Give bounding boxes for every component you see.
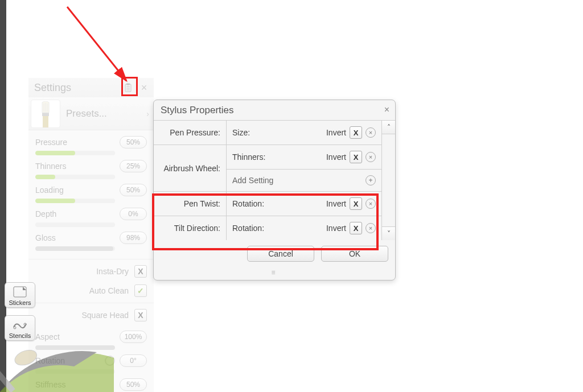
stylus-properties-dialog: Stylus Properties × Pen Pressure: Size: …: [153, 100, 396, 280]
presets-label: Presets...: [66, 108, 146, 119]
close-icon[interactable]: ×: [384, 105, 389, 115]
remove-icon[interactable]: ×: [366, 127, 376, 138]
tab-stencils[interactable]: Stencils: [5, 315, 35, 341]
checkbox-x-icon[interactable]: X: [134, 265, 147, 278]
slider-thinners[interactable]: Thinners25%: [35, 160, 147, 179]
scroll-up-icon[interactable]: ˄: [382, 121, 395, 134]
tab-stickers[interactable]: Stickers: [5, 282, 35, 308]
scroll-down-icon[interactable]: ˅: [382, 226, 395, 240]
add-icon[interactable]: +: [366, 175, 376, 185]
row-pen-twist: Rotation: Invert X ×: [227, 192, 381, 216]
sticker-icon: [11, 285, 28, 299]
invert-checkbox[interactable]: X: [350, 197, 362, 210]
svg-point-12: [14, 327, 16, 329]
svg-rect-6: [43, 115, 48, 127]
invert-checkbox[interactable]: X: [350, 126, 362, 139]
brush-thumbnail: [31, 100, 60, 128]
row-airbrush-add[interactable]: Add Setting +: [227, 170, 381, 192]
row-label-pen-pressure: Pen Pressure:: [154, 121, 227, 145]
toggle-insta-dry[interactable]: Insta-Dry X: [28, 262, 154, 281]
row-label-pen-twist: Pen Twist:: [154, 192, 227, 216]
svg-rect-15: [0, 363, 15, 392]
row-label-airbrush-wheel: Airbrush Wheel:: [154, 145, 227, 192]
resize-grip-icon[interactable]: ≡: [154, 269, 395, 280]
slider-depth[interactable]: Depth0%: [35, 208, 147, 227]
presets-row[interactable]: Presets... ›: [28, 97, 154, 130]
toggle-square-head[interactable]: Square Head X: [28, 306, 154, 325]
slider-pressure[interactable]: Pressure50%: [35, 136, 147, 155]
remove-icon[interactable]: ×: [366, 223, 376, 233]
dialog-title: Stylus Properties ×: [154, 100, 395, 121]
svg-rect-7: [42, 113, 49, 116]
row-pen-pressure: Size: Invert X ×: [227, 121, 381, 145]
checkbox-check-icon[interactable]: ✓: [134, 284, 147, 297]
row-label-tilt-direction: Tilt Direction:: [154, 216, 227, 240]
cancel-button[interactable]: Cancel: [247, 246, 314, 262]
slider-gloss[interactable]: Gloss98%: [35, 232, 147, 251]
row-tilt-direction: Rotation: Invert X ×: [227, 216, 381, 240]
remove-icon[interactable]: ×: [366, 152, 376, 162]
svg-line-0: [67, 7, 126, 81]
invert-checkbox[interactable]: X: [350, 222, 362, 234]
checkbox-x-icon[interactable]: X: [134, 309, 147, 321]
ok-button[interactable]: OK: [321, 246, 388, 262]
annotation-arrow: [63, 2, 142, 93]
slider-loading[interactable]: Loading50%: [35, 184, 147, 203]
brush-picker[interactable]: [0, 341, 114, 392]
invert-checkbox[interactable]: X: [350, 151, 362, 163]
remove-icon[interactable]: ×: [366, 199, 376, 209]
row-airbrush-thinners: Thinners: Invert X ×: [227, 145, 381, 170]
toggle-auto-clean[interactable]: Auto Clean ✓: [28, 281, 154, 300]
dialog-scrollbar[interactable]: ˄ ˅: [381, 121, 395, 240]
stencil-icon: [11, 318, 28, 332]
